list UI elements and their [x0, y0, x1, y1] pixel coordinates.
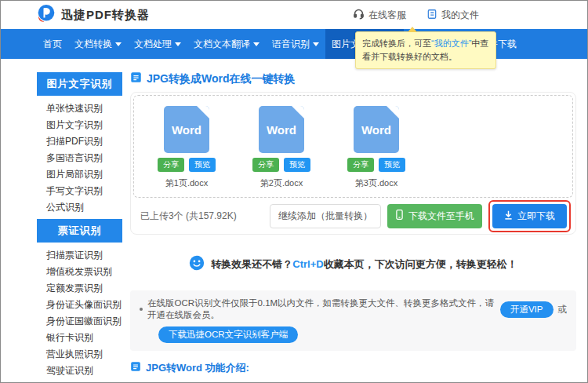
file-name: 第2页.docx [251, 177, 312, 189]
sidebar-item-handwriting[interactable]: 手写文字识别 [46, 183, 122, 199]
sidebar-item-single-quick[interactable]: 单张快速识别 [46, 100, 122, 117]
sidebar-item-formula[interactable]: 公式识别 [46, 199, 122, 216]
chevron-down-icon [175, 42, 181, 46]
download-client-button[interactable]: 下载迅捷OCR文字识别客户端 [158, 326, 298, 343]
headset-icon [353, 8, 365, 22]
upload-status: 已上传3个 (共157.92K) [140, 210, 237, 223]
word-file-icon: Word [164, 106, 209, 153]
bookmark-tip-text: 转换效果还不错？Ctrl+D收藏本页，下次访问更方便，转换更轻松！ [211, 257, 517, 272]
sidebar-item-id-back[interactable]: 身份证国徽面识别 [46, 313, 122, 330]
sidebar-item-vat-invoice[interactable]: 增值税发票识别 [46, 264, 122, 280]
upload-bar: 已上传3个 (共157.92K) 继续添加（批量转换） [131, 198, 575, 234]
sidebar-item-driver-license[interactable]: 驾驶证识别 [46, 363, 122, 379]
sidebar-item-multilang[interactable]: 多国语言识别 [46, 150, 122, 166]
file-name: 第1页.docx [156, 177, 217, 189]
vip-notice-text: 在线版OCR识别文件仅限于0.1M以内文件，如需转换更大文件、转换更多格式文件，… [147, 297, 495, 321]
or-text: 或 [558, 304, 568, 316]
file-name: 第3页.docx [346, 177, 407, 189]
nav-item-home[interactable]: 首页 [37, 29, 68, 59]
preview-button[interactable]: 预览 [284, 158, 310, 172]
sidebar-item-quota-invoice[interactable]: 定额发票识别 [46, 280, 122, 297]
logo[interactable]: 迅捷PDF转换器 [37, 4, 150, 26]
converted-files-area: Word 分享 预览 第1页.docx Word [133, 95, 573, 198]
sidebar-item-partial[interactable]: 图片局部识别 [46, 166, 122, 183]
document-list-icon [426, 9, 437, 22]
file-card: Word 分享 预览 第1页.docx [156, 106, 217, 189]
main-nav: 首页 文档转换 文档处理 文档文本翻译 语音识别 图片文字识别 音视频转换 软件… [1, 29, 587, 59]
content: 图片文字识别 单张快速识别 图片文字识别 扫描PDF识别 多国语言识别 图片局部… [1, 59, 587, 383]
header-right: 在线客服 我的文件 [353, 8, 479, 22]
download-now-button[interactable]: 立即下载 [492, 204, 567, 228]
document-icon [130, 361, 141, 375]
logo-text: 迅捷PDF转换器 [61, 8, 150, 23]
my-files-link[interactable]: 我的文件 [426, 9, 479, 22]
preview-button[interactable]: 预览 [189, 158, 216, 172]
chevron-down-icon [115, 42, 122, 46]
sidebar-item-image-text[interactable]: 图片文字识别 [46, 117, 122, 133]
sidebar-item-id-front[interactable]: 身份证头像面识别 [46, 297, 122, 313]
sidebar-item-business-license[interactable]: 营业执照识别 [46, 346, 122, 363]
smiley-icon [189, 255, 205, 274]
folded-corner-icon [292, 106, 304, 119]
phone-icon [395, 210, 404, 222]
document-icon [130, 71, 142, 86]
sidebar-item-bank-card[interactable]: 银行卡识别 [46, 330, 122, 346]
sidebar-ticket-list: 扫描票证识别 增值税发票识别 定额发票识别 身份证头像面识别 身份证国徽面识别 … [37, 243, 122, 382]
preview-button[interactable]: 预览 [379, 158, 405, 172]
top-header: 迅捷PDF转换器 在线客服 [1, 1, 587, 29]
vip-notice: 在线版OCR识别文件仅限于0.1M以内文件，如需转换更大文件、转换更多格式文件，… [130, 290, 576, 351]
download-to-phone-button[interactable]: 下载文件至手机 [387, 204, 482, 228]
online-service-link[interactable]: 在线客服 [353, 8, 406, 22]
folded-corner-icon [197, 106, 209, 119]
tooltip-my-files-link[interactable]: “我的文件” [431, 38, 471, 48]
conversion-panel: Word 分享 预览 第1页.docx Word [130, 92, 576, 235]
sidebar-section-ticket-title: 票证识别 [37, 219, 122, 243]
chevron-down-icon [253, 42, 260, 46]
share-button[interactable]: 分享 [252, 158, 279, 172]
intro-heading-row: JPG转Word 功能介绍: [130, 361, 576, 375]
bullet-icon [140, 308, 143, 311]
chevron-down-icon [313, 42, 319, 46]
word-file-icon: Word [354, 106, 399, 153]
sidebar-item-scan-pdf[interactable]: 扫描PDF识别 [46, 133, 122, 150]
bar-actions: 继续添加（批量转换） 下载文件至手机 [270, 200, 571, 232]
share-button[interactable]: 分享 [347, 158, 374, 172]
nav-item-doc-convert[interactable]: 文档转换 [68, 29, 128, 59]
file-card: Word 分享 预览 第3页.docx [346, 106, 407, 189]
sidebar-section-ocr-title: 图片文字识别 [37, 72, 122, 96]
word-file-icon: Word [259, 106, 304, 153]
page-title: JPG转换成Word在线一键转换 [147, 72, 296, 86]
my-files-tooltip: 完成转换后，可至“我的文件”中查看并下载转换好的文档。 [355, 31, 496, 69]
download-icon [504, 210, 513, 222]
red-highlight-annotation: 立即下载 [488, 200, 571, 232]
folded-corner-icon [387, 106, 399, 119]
nav-item-doc-translate[interactable]: 文档文本翻译 [187, 29, 266, 59]
page-title-row: JPG转换成Word在线一键转换 [130, 71, 576, 86]
intro-title: JPG转Word 功能介绍: [146, 361, 249, 375]
share-button[interactable]: 分享 [158, 158, 184, 172]
page: 迅捷PDF转换器 在线客服 [0, 0, 588, 383]
main-content: JPG转换成Word在线一键转换 Word 分享 预览 第1页.docx [122, 59, 587, 383]
sidebar-item-scan-ticket[interactable]: 扫描票证识别 [46, 247, 122, 264]
sidebar: 图片文字识别 单张快速识别 图片文字识别 扫描PDF识别 多国语言识别 图片局部… [37, 59, 122, 383]
logo-icon [37, 4, 56, 26]
nav-item-doc-process[interactable]: 文档处理 [128, 29, 187, 59]
bookmark-tip-row: 转换效果还不错？Ctrl+D收藏本页，下次访问更方便，转换更轻松！ [130, 255, 576, 274]
nav-item-speech[interactable]: 语音识别 [266, 29, 325, 59]
open-vip-button[interactable]: 开通VIP [500, 301, 554, 318]
add-more-button[interactable]: 继续添加（批量转换） [270, 204, 381, 228]
file-card: Word 分享 预览 第2页.docx [251, 106, 312, 189]
tooltip-arrow-icon [408, 27, 417, 32]
sidebar-ocr-list: 单张快速识别 图片文字识别 扫描PDF识别 多国语言识别 图片局部识别 手写文字… [37, 96, 122, 219]
